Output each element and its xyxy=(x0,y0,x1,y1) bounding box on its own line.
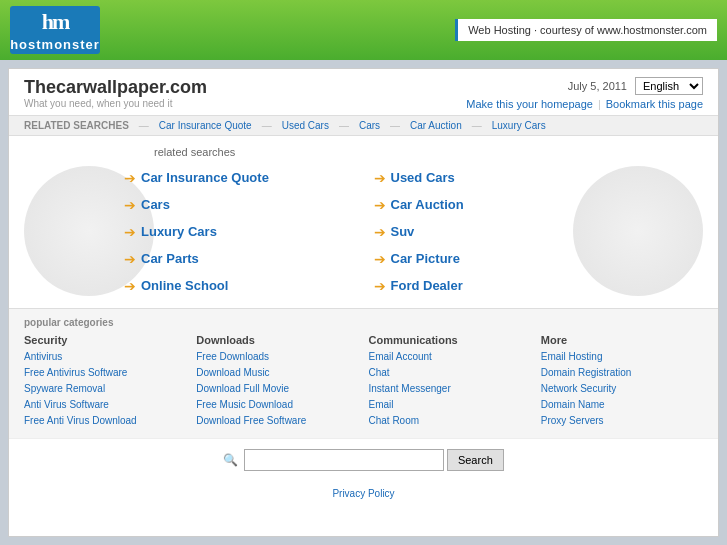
rel-link-2[interactable]: Cars xyxy=(359,120,380,131)
search-link[interactable]: Car Insurance Quote xyxy=(141,170,269,185)
search-link[interactable]: Online School xyxy=(141,278,228,293)
orange-arrow-icon: ➔ xyxy=(124,171,136,185)
search-icon-box: 🔍 xyxy=(223,453,238,467)
top-right: July 5, 2011 English Spanish French Make… xyxy=(466,77,703,110)
search-item: ➔Suv xyxy=(374,224,604,239)
search-box-area: 🔍 Search xyxy=(9,438,718,481)
category-link[interactable]: Free Antivirus Software xyxy=(24,366,186,380)
bookmark-link[interactable]: Bookmark this page xyxy=(606,98,703,110)
rel-divider: — xyxy=(139,120,149,131)
category-column-2: CommunicationsEmail AccountChatInstant M… xyxy=(369,334,531,430)
site-subtitle: What you need, when you need it xyxy=(24,98,207,109)
category-col-title: Security xyxy=(24,334,186,346)
search-item: ➔Car Auction xyxy=(374,197,604,212)
search-button[interactable]: Search xyxy=(447,449,504,471)
category-link[interactable]: Anti Virus Software xyxy=(24,398,186,412)
logo-name: hostmonster xyxy=(10,37,100,52)
site-info: Thecarwallpaper.com What you need, when … xyxy=(24,77,207,109)
orange-arrow-icon: ➔ xyxy=(374,279,386,293)
search-link[interactable]: Used Cars xyxy=(391,170,455,185)
category-link[interactable]: Spyware Removal xyxy=(24,382,186,396)
orange-arrow-icon: ➔ xyxy=(374,198,386,212)
orange-arrow-icon: ➔ xyxy=(124,198,136,212)
language-select[interactable]: English Spanish French xyxy=(635,77,703,95)
category-column-0: SecurityAntivirusFree Antivirus Software… xyxy=(24,334,186,430)
search-item: ➔Car Parts xyxy=(124,251,354,266)
search-item: ➔Cars xyxy=(124,197,354,212)
search-section: related searches ➔Car Insurance Quote➔Us… xyxy=(24,146,703,293)
hosting-text: Web Hosting · courtesy of www.hostmonste… xyxy=(468,24,707,36)
categories-grid: SecurityAntivirusFree Antivirus Software… xyxy=(24,334,703,430)
category-col-title: Communications xyxy=(369,334,531,346)
search-link[interactable]: Car Auction xyxy=(391,197,464,212)
rel-link-0[interactable]: Car Insurance Quote xyxy=(159,120,252,131)
site-title: Thecarwallpaper.com xyxy=(24,77,207,98)
date-text: July 5, 2011 xyxy=(568,80,627,92)
related-bar: RELATED SEARCHES — Car Insurance Quote —… xyxy=(9,116,718,136)
category-link[interactable]: Instant Messenger xyxy=(369,382,531,396)
category-link[interactable]: Domain Registration xyxy=(541,366,703,380)
related-searches-title: related searches xyxy=(154,146,703,158)
category-col-title: Downloads xyxy=(196,334,358,346)
category-link[interactable]: Download Music xyxy=(196,366,358,380)
category-link[interactable]: Domain Name xyxy=(541,398,703,412)
category-link[interactable]: Email Account xyxy=(369,350,531,364)
search-link[interactable]: Ford Dealer xyxy=(391,278,463,293)
category-link[interactable]: Download Free Software xyxy=(196,414,358,428)
category-col-title: More xyxy=(541,334,703,346)
logo-letters: hm xyxy=(42,9,69,35)
search-link[interactable]: Suv xyxy=(391,224,415,239)
privacy-policy-link[interactable]: Privacy Policy xyxy=(332,488,394,499)
category-link[interactable]: Chat Room xyxy=(369,414,531,428)
make-homepage-link[interactable]: Make this your homepage xyxy=(466,98,593,110)
logo-box: hm hostmonster xyxy=(10,6,100,54)
search-link[interactable]: Luxury Cars xyxy=(141,224,217,239)
pipe4: — xyxy=(472,120,482,131)
search-item: ➔Car Insurance Quote xyxy=(124,170,354,185)
search-link[interactable]: Car Picture xyxy=(391,251,460,266)
search-link[interactable]: Car Parts xyxy=(141,251,199,266)
orange-arrow-icon: ➔ xyxy=(124,279,136,293)
search-link[interactable]: Cars xyxy=(141,197,170,212)
orange-arrow-icon: ➔ xyxy=(124,225,136,239)
popular-title: popular categories xyxy=(24,317,703,328)
orange-arrow-icon: ➔ xyxy=(124,252,136,266)
category-link[interactable]: Download Full Movie xyxy=(196,382,358,396)
category-link[interactable]: Chat xyxy=(369,366,531,380)
rel-link-4[interactable]: Luxury Cars xyxy=(492,120,546,131)
search-input[interactable] xyxy=(244,449,444,471)
search-item: ➔Online School xyxy=(124,278,354,293)
category-link[interactable]: Free Anti Virus Download xyxy=(24,414,186,428)
main-card: Thecarwallpaper.com What you need, when … xyxy=(8,68,719,537)
rel-link-1[interactable]: Used Cars xyxy=(282,120,329,131)
card-top: Thecarwallpaper.com What you need, when … xyxy=(9,69,718,116)
popular-section: popular categories SecurityAntivirusFree… xyxy=(9,308,718,438)
category-column-1: DownloadsFree DownloadsDownload MusicDow… xyxy=(196,334,358,430)
category-link[interactable]: Network Security xyxy=(541,382,703,396)
category-link[interactable]: Free Music Download xyxy=(196,398,358,412)
main-outer: Thecarwallpaper.com What you need, when … xyxy=(0,60,727,545)
card-footer: Privacy Policy xyxy=(9,481,718,505)
category-link[interactable]: Email xyxy=(369,398,531,412)
search-item: ➔Car Picture xyxy=(374,251,604,266)
category-column-3: MoreEmail HostingDomain RegistrationNetw… xyxy=(541,334,703,430)
pipe2: — xyxy=(339,120,349,131)
category-link[interactable]: Proxy Servers xyxy=(541,414,703,428)
search-item: ➔Used Cars xyxy=(374,170,604,185)
category-link[interactable]: Free Downloads xyxy=(196,350,358,364)
category-link[interactable]: Antivirus xyxy=(24,350,186,364)
content-area: related searches ➔Car Insurance Quote➔Us… xyxy=(9,136,718,303)
top-links: Make this your homepage | Bookmark this … xyxy=(466,98,703,110)
orange-arrow-icon: ➔ xyxy=(374,171,386,185)
divider: | xyxy=(598,98,601,110)
rel-link-3[interactable]: Car Auction xyxy=(410,120,462,131)
category-link[interactable]: Email Hosting xyxy=(541,350,703,364)
related-label: RELATED SEARCHES xyxy=(24,120,129,131)
search-item: ➔Ford Dealer xyxy=(374,278,604,293)
pipe3: — xyxy=(390,120,400,131)
search-grid: ➔Car Insurance Quote➔Used Cars➔Cars➔Car … xyxy=(124,170,603,293)
header-bar: hm hostmonster Web Hosting · courtesy of… xyxy=(0,0,727,60)
search-item: ➔Luxury Cars xyxy=(124,224,354,239)
hosting-banner: Web Hosting · courtesy of www.hostmonste… xyxy=(455,19,717,41)
orange-arrow-icon: ➔ xyxy=(374,225,386,239)
